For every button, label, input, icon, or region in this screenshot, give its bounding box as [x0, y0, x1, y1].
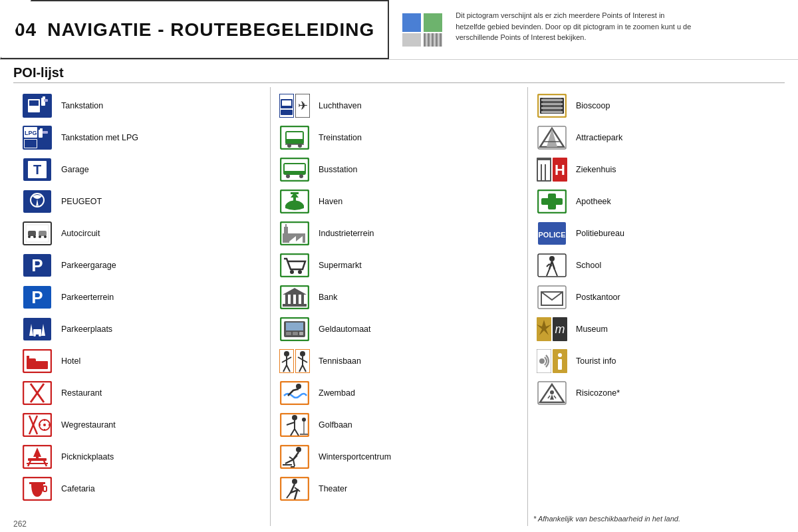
poi-columns: Tankstation LPG	[13, 87, 785, 526]
svg-rect-4	[43, 96, 45, 99]
svg-rect-40	[27, 356, 29, 361]
list-item: Cafetaria	[19, 473, 265, 504]
svg-point-135	[292, 479, 297, 484]
icon-tankstation-lpg: LPG	[20, 124, 55, 151]
icon-museum: m	[535, 316, 569, 342]
icon-golf	[277, 412, 312, 438]
list-item: Postkantoor	[533, 282, 779, 313]
poi-label: Museum	[576, 325, 608, 334]
svg-text:LPG: LPG	[25, 130, 37, 136]
svg-rect-2	[29, 100, 39, 106]
svg-rect-102	[286, 332, 291, 335]
header-title-box: 04 NAVIGATIE - ROUTEBEGELEIDING	[0, 0, 389, 59]
poi-label: Bank	[319, 293, 338, 302]
svg-point-78	[286, 174, 290, 178]
svg-rect-88	[285, 224, 287, 228]
multi-poi-icon-box	[396, 0, 449, 59]
footnote: * Afhankelijk van beschikbaarheid in het…	[533, 511, 779, 523]
svg-point-23	[33, 235, 36, 238]
svg-rect-59	[36, 457, 39, 460]
svg-rect-71	[287, 132, 303, 139]
icon-parkeergarage: P	[20, 252, 55, 279]
list-item: Busstation	[276, 154, 522, 185]
list-item: Risicozone*	[533, 378, 779, 408]
list-item: Hotel	[19, 346, 265, 376]
svg-rect-98	[283, 304, 307, 307]
poi-label: Tourist info	[576, 356, 616, 366]
poi-label: Autocircuit	[61, 229, 100, 238]
svg-rect-153	[538, 160, 550, 164]
svg-point-130	[296, 447, 301, 452]
svg-rect-5	[44, 99, 48, 102]
icon-politie: POLICE	[535, 220, 569, 247]
icon-wintersport	[277, 444, 312, 470]
svg-point-120	[296, 384, 301, 389]
poi-label: Wegrestaurant	[61, 420, 116, 430]
poi-label: Industrieterrein	[319, 229, 374, 238]
list-item: Supermarkt	[276, 250, 522, 281]
page-number: 262	[13, 519, 27, 529]
poi-column-3: Bioscoop Attractiepark	[528, 87, 785, 526]
poi-label: Geldautomaat	[319, 325, 371, 334]
poi-label: Hotel	[61, 356, 80, 366]
list-item: P Parkeergarage	[19, 250, 265, 281]
svg-rect-19	[23, 222, 51, 245]
icon-tennis	[277, 348, 312, 374]
list-item: Haven	[276, 186, 522, 217]
page-subtitle: NAVIGATIE - ROUTEBEGELEIDING	[47, 19, 374, 41]
poi-label: Parkeerterrein	[61, 293, 114, 302]
poi-label: Politiebureau	[576, 229, 624, 238]
poi-label: Cafetaria	[61, 484, 95, 493]
svg-rect-83	[291, 192, 299, 194]
list-item: Restaurant	[19, 378, 265, 408]
svg-point-162	[549, 256, 555, 261]
poi-label: Tankstation	[61, 101, 103, 110]
poi-label: Restaurant	[61, 388, 102, 398]
list-item: Geldautomaat	[276, 314, 522, 344]
poi-label: Garage	[61, 165, 89, 174]
poi-label: Ziekenhuis	[576, 165, 616, 174]
svg-point-35	[33, 334, 36, 336]
list-item: Bioscoop	[533, 90, 779, 121]
svg-point-172	[558, 353, 562, 357]
svg-point-90	[290, 270, 294, 274]
svg-text:m: m	[555, 323, 565, 336]
svg-rect-142	[541, 103, 563, 105]
icon-parkeerplaats	[20, 316, 55, 342]
poi-label: Theater	[319, 484, 347, 493]
svg-rect-13	[43, 131, 48, 134]
icon-supermarkt	[277, 252, 312, 279]
icon-post	[535, 284, 569, 311]
icon-tankstation	[20, 92, 55, 119]
svg-rect-94	[285, 295, 288, 304]
multi-poi-icon	[402, 13, 442, 47]
list-item: Tennisbaan	[276, 346, 522, 376]
list-item: Treinstation	[276, 122, 522, 153]
svg-rect-12	[40, 128, 43, 131]
svg-rect-21	[28, 231, 36, 236]
poi-label: Attractiepark	[576, 133, 622, 142]
list-item: LPG Tankstation met LPG	[19, 122, 265, 153]
poi-label: Zwembad	[319, 388, 355, 398]
svg-text:H: H	[555, 162, 565, 178]
list-item: Golfbaan	[276, 410, 522, 440]
poi-title: POI-lijst	[13, 65, 785, 83]
icon-luchthaven: ✈	[277, 92, 312, 119]
list-item: Industrieterrein	[276, 218, 522, 249]
icon-bank	[277, 284, 312, 311]
poi-label: Golfbaan	[319, 420, 352, 430]
poi-label: Supermarkt	[319, 261, 362, 270]
poi-label: School	[576, 261, 601, 270]
svg-rect-144	[541, 111, 563, 113]
svg-text:✈: ✈	[298, 99, 308, 112]
svg-point-79	[299, 174, 303, 178]
svg-rect-150	[538, 163, 541, 180]
icon-apotheek	[535, 188, 569, 215]
svg-rect-158	[541, 198, 563, 205]
page-container: 04 NAVIGATIE - ROUTEBEGELEIDING Dit pict…	[0, 0, 798, 532]
svg-rect-77	[285, 164, 305, 171]
list-item: P Parkeerterrein	[19, 282, 265, 313]
icon-wegrestaurant	[20, 412, 55, 438]
svg-point-126	[302, 418, 306, 422]
poi-label: Tankstation met LPG	[61, 133, 138, 142]
